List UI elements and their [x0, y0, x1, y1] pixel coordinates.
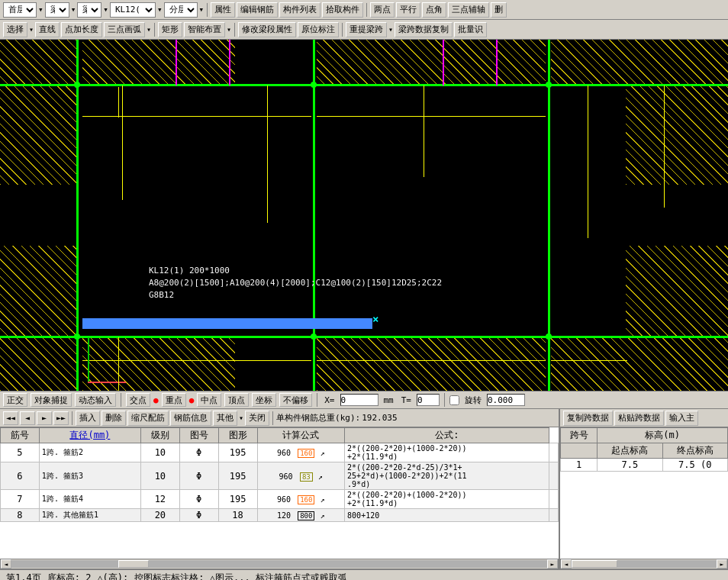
attribute-btn[interactable]: 属性 — [211, 2, 235, 18]
point-extend-btn[interactable]: 点加长度 — [61, 22, 102, 37]
x-label: X= — [322, 395, 337, 405]
rotate-check[interactable] — [449, 395, 459, 405]
origin-mark-btn[interactable]: 原位标注 — [298, 22, 339, 37]
rect-btn[interactable]: 矩形 — [158, 22, 182, 37]
input-span-btn[interactable]: 输入主 — [665, 411, 698, 426]
select-btn[interactable]: 选择 — [3, 22, 27, 37]
hatch-top-right2 — [551, 40, 728, 85]
cell-suffix — [549, 462, 559, 490]
endpoint-btn[interactable]: 重点 — [162, 393, 186, 407]
table-scrollbar[interactable]: ◄ ► — [0, 559, 559, 569]
rebase-btn[interactable]: 重提梁跨 — [346, 22, 387, 37]
x-input[interactable] — [340, 394, 378, 406]
cell-name: 1跨. 箍筋2 — [39, 443, 140, 462]
fen-select[interactable]: 分层1 — [164, 2, 198, 18]
hatch-bot-right — [551, 337, 728, 391]
rotate-input[interactable] — [487, 394, 525, 406]
r-scroll-right-btn[interactable]: ► — [717, 559, 727, 569]
top-btn[interactable]: 顶点 — [224, 393, 249, 407]
table-row[interactable]: 5 1跨. 箍筋2 10 Φ 195 960 160 ↗ 2*((200-2*2… — [1, 443, 559, 462]
scale-btn[interactable]: 缩尺配筋 — [127, 411, 169, 426]
rt-cell-start: 7.5 — [598, 459, 662, 472]
type-select1[interactable]: 梁 — [45, 2, 69, 18]
cell-formula: 2*((200-2*20)+(1000-2*20)) +2*(11.9*d) — [345, 443, 549, 462]
flat-btn[interactable]: 平行 — [396, 2, 420, 18]
three-axis-btn[interactable]: 三点辅轴 — [448, 2, 489, 18]
edit-rebar-btn[interactable]: 编辑钢筋 — [237, 2, 278, 18]
nav-prev-btn[interactable]: ◄ — [20, 411, 35, 425]
no-move-btn[interactable]: 不偏移 — [279, 393, 312, 407]
rebar-info-btn[interactable]: 钢筋信息 — [170, 411, 211, 426]
cell-grade: Φ — [179, 443, 218, 462]
nav-first-btn[interactable]: ◄◄ — [3, 411, 18, 425]
r-scroll-thumb[interactable] — [572, 560, 617, 568]
batch-btn[interactable]: 批量识 — [454, 22, 487, 37]
nav-next-btn[interactable]: ► — [37, 411, 52, 425]
cell-figno: 18 — [218, 509, 257, 522]
pickup-btn[interactable]: 拾取构件 — [322, 2, 363, 18]
two-point-btn[interactable]: 两点 — [370, 2, 395, 18]
scroll-right-btn[interactable]: ► — [547, 559, 558, 569]
three-arc-btn[interactable]: 三点画弧 — [104, 22, 145, 37]
yh-1 — [82, 116, 311, 117]
magenta-4 — [496, 40, 498, 85]
scroll-thumb[interactable] — [118, 560, 149, 568]
paste-span-btn[interactable]: 粘贴跨数据 — [614, 411, 664, 426]
insert-btn[interactable]: 插入 — [76, 411, 100, 426]
yv-4 — [588, 85, 588, 238]
cell-shape: 960 160 ↗ — [257, 490, 345, 509]
corner-btn[interactable]: 点角 — [422, 2, 446, 18]
cell-grade: Φ — [179, 462, 218, 490]
cell-shape: 120 800 ↗ — [257, 509, 345, 522]
del-btn[interactable]: 删除 — [101, 411, 126, 426]
ortho-btn[interactable]: 正交 — [3, 393, 27, 407]
rt-col-span2 — [561, 443, 598, 459]
scroll-left-btn[interactable]: ◄ — [1, 559, 11, 569]
right-panel: 复制跨数据 粘贴跨数据 输入主 跨号 标高(m) 起点标高 终点标高 — [560, 409, 728, 569]
midpoint-btn[interactable]: 中点 — [197, 393, 221, 407]
span-row[interactable]: 1 7.5 7.5 (0 — [561, 459, 728, 472]
status-div1 — [121, 393, 121, 407]
right-scrollbar[interactable]: ◄ ► — [560, 559, 728, 569]
nav-last-btn[interactable]: ►► — [53, 411, 69, 425]
rt-col-end-h: 终点标高 — [662, 443, 727, 459]
intersection-btn[interactable]: 交点 — [126, 393, 150, 407]
copy-span-btn[interactable]: 梁跨数据复制 — [395, 22, 453, 37]
kl-select[interactable]: KL12(1) — [110, 2, 156, 18]
other-btn[interactable]: 其他 — [213, 411, 237, 426]
straight-btn[interactable]: 直线 — [35, 22, 60, 37]
t-input[interactable] — [417, 394, 440, 406]
modify-span-btn[interactable]: 修改梁段属性 — [238, 22, 296, 37]
sep7: ▾ — [147, 25, 151, 34]
main-canvas[interactable]: × KL12(1) 200*1000 A8@200(2)[1500];A10@2… — [0, 40, 728, 391]
cell-diameter: 10 — [140, 462, 179, 490]
comp-list-btn[interactable]: 构件列表 — [279, 2, 321, 18]
hatch-right-bot — [626, 246, 728, 337]
divider5 — [342, 23, 343, 37]
delete-btn1[interactable]: 删 — [491, 2, 507, 18]
smart-btn[interactable]: 智能布置 — [184, 22, 225, 37]
copy-span-data-btn[interactable]: 复制跨数据 — [563, 411, 613, 426]
r-scroll-track[interactable] — [572, 560, 717, 568]
coord-btn[interactable]: 坐标 — [252, 393, 276, 407]
table-row[interactable]: 6 1跨. 箍筋3 10 Φ 195 960 83 ↗ 2*((200-2*20… — [1, 462, 559, 490]
close-btn[interactable]: 关闭 — [245, 411, 269, 426]
layer-select[interactable]: 首层 — [3, 2, 37, 18]
cell-formula: 800+120 — [345, 509, 549, 522]
cell-diameter: 20 — [140, 509, 179, 522]
table-row[interactable]: 8 1跨. 其他箍筋1 20 Φ 18 120 800 ↗ 800+120 — [1, 509, 559, 522]
col-shape: 图形 — [218, 428, 257, 443]
scroll-track[interactable] — [11, 560, 547, 568]
dynamic-btn[interactable]: 动态输入 — [75, 393, 116, 407]
yv-2 — [267, 85, 268, 223]
hatch-top-left — [0, 40, 76, 85]
sep9: ▾ — [388, 25, 393, 34]
sep4: ▾ — [157, 5, 163, 14]
x-mark: × — [372, 313, 378, 325]
span-table: 跨号 标高(m) 起点标高 终点标高 1 7.5 7.5 (0 — [560, 427, 728, 472]
table-row[interactable]: 7 1跨. 箍筋4 12 Φ 195 960 160 ↗ 2*((200-2*2… — [1, 490, 559, 509]
endpoint-indicator: ● — [153, 395, 159, 405]
type-select2[interactable]: 梁 — [77, 2, 101, 18]
r-scroll-left-btn[interactable]: ◄ — [561, 559, 572, 569]
snap-btn[interactable]: 对象捕捉 — [31, 393, 72, 407]
